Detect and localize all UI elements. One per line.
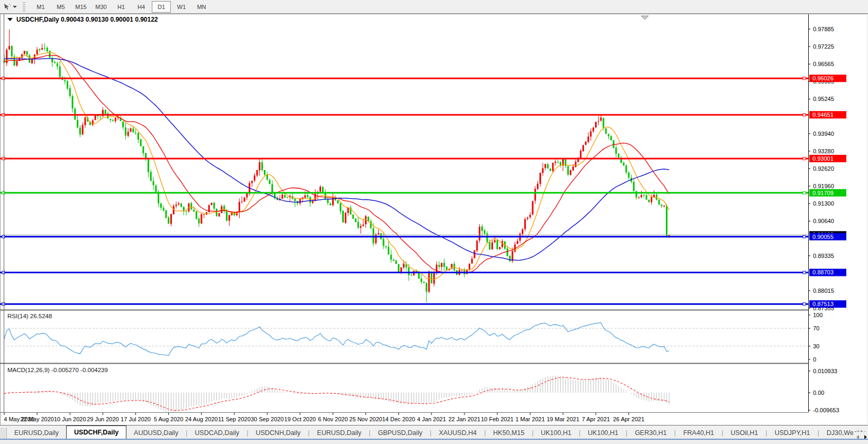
x-axis-label: 14 Dec 2020 bbox=[382, 416, 415, 422]
timeframe-button-h1[interactable]: H1 bbox=[112, 1, 131, 13]
timeframe-button-group: M1M5M15M30H1H4D1W1MN bbox=[31, 1, 212, 13]
chart-title-text: USDCHF,Daily 0.90043 0.90130 0.90001 0.9… bbox=[16, 16, 158, 23]
symbol-tab-bar: EURUSD,DailyUSDCHF,DailyAUDUSD,Daily|USD… bbox=[0, 425, 868, 439]
y-axis-label: 0.96565 bbox=[813, 61, 834, 67]
macd-indicator-label: MACD(12,26,9) -0.005270 -0.004239 bbox=[7, 367, 108, 373]
y-axis-label: 0.97885 bbox=[813, 26, 834, 32]
x-axis-label: 4 Jan 2021 bbox=[417, 416, 446, 422]
timeframe-button-d1[interactable]: D1 bbox=[152, 1, 171, 13]
y-axis-label: 0.93940 bbox=[813, 131, 834, 137]
y-axis-label: 0.88015 bbox=[813, 288, 834, 294]
hline-price-label: 0.88703 bbox=[812, 269, 834, 275]
y-axis-label: 0.90640 bbox=[813, 218, 834, 224]
symbol-tab-usdcad-daily[interactable]: USDCAD,Daily bbox=[187, 428, 246, 439]
hline-price-label: 0.96026 bbox=[812, 75, 834, 81]
timeframe-button-w1[interactable]: W1 bbox=[172, 1, 191, 13]
rsi-indicator-label: RSI(14) 26.5248 bbox=[7, 313, 52, 319]
x-axis-label: 5 Aug 2020 bbox=[154, 416, 184, 422]
x-axis-label: 6 Nov 2020 bbox=[318, 416, 348, 422]
macd-axis-label: 0.00 bbox=[813, 390, 824, 396]
x-axis-label: 10 Feb 2021 bbox=[481, 416, 514, 422]
symbol-tab-audusd-daily[interactable]: AUDUSD,Daily bbox=[126, 428, 186, 439]
x-axis-label: 19 Oct 2020 bbox=[284, 416, 316, 422]
rsi-axis-label: 0 bbox=[813, 356, 816, 363]
x-axis-label: 24 Aug 2020 bbox=[185, 416, 218, 422]
x-axis-label: 1 Mar 2021 bbox=[515, 416, 545, 422]
hline-price-label: 0.87513 bbox=[812, 301, 834, 307]
cursor-tool-button[interactable] bbox=[2, 1, 19, 13]
x-axis-label: 10 Jun 2020 bbox=[54, 416, 86, 422]
y-axis-label: 0.95245 bbox=[813, 96, 834, 102]
symbol-tab-xauusd-h4[interactable]: XAUUSD,H4 bbox=[432, 428, 485, 439]
x-axis-label: 11 Sep 2020 bbox=[218, 416, 251, 422]
timeframe-button-m30[interactable]: M30 bbox=[92, 1, 111, 13]
macd-axis-label: 0.010933 bbox=[813, 368, 837, 374]
status-bar bbox=[0, 439, 868, 444]
hline-price-label: 0.90055 bbox=[812, 234, 834, 240]
chart-title: USDCHF,Daily 0.90043 0.90130 0.90001 0.9… bbox=[7, 16, 158, 23]
symbol-tab-eurusd-daily[interactable]: EURUSD,Daily bbox=[309, 428, 369, 439]
symbol-tab-ger30-h1[interactable]: GER30,H1 bbox=[627, 428, 674, 439]
y-axis-label: 0.91960 bbox=[813, 183, 834, 189]
x-axis-label: 30 Sep 2020 bbox=[251, 416, 284, 422]
symbol-tab-usdjpy-h1[interactable]: USDJPY,H1 bbox=[767, 428, 817, 439]
symbol-tab-hk50-m15[interactable]: HK50,M15 bbox=[486, 428, 532, 439]
chart-area[interactable]: USDCHF,Daily 0.90043 0.90130 0.90001 0.9… bbox=[0, 14, 868, 425]
x-axis-label: 22 Jan 2021 bbox=[449, 416, 481, 422]
y-axis-label: 0.89335 bbox=[813, 253, 834, 259]
rsi-axis-label: 100 bbox=[813, 312, 823, 318]
y-axis-label: 0.91300 bbox=[813, 200, 834, 207]
toolbar-grip bbox=[23, 2, 25, 12]
tab-stub bbox=[0, 428, 7, 439]
symbol-tab-uk100-h1[interactable]: UK100,H1 bbox=[580, 428, 626, 439]
timeframe-button-m15[interactable]: M15 bbox=[71, 1, 90, 13]
x-axis-label: 26 Apr 2021 bbox=[613, 416, 644, 422]
toolbar: M1M5M15M30H1H4D1W1MN bbox=[0, 0, 868, 14]
symbol-tab-usoil-h1[interactable]: USOil,H1 bbox=[723, 428, 765, 439]
symbol-tab-gbpusd-daily[interactable]: GBPUSD,Daily bbox=[370, 428, 430, 439]
hline-price-label: 0.94651 bbox=[812, 112, 834, 118]
symbol-tab-usdchf-daily[interactable]: USDCHF,Daily bbox=[66, 426, 126, 439]
rsi-axis-label: 30 bbox=[813, 343, 819, 349]
timeframe-button-mn[interactable]: MN bbox=[192, 1, 211, 13]
collapse-triangle-icon bbox=[7, 18, 13, 21]
x-axis-label: 19 Mar 2021 bbox=[546, 416, 579, 422]
price-chart-svg[interactable]: 0.978850.972250.965650.959050.952450.939… bbox=[0, 14, 868, 425]
timeframe-button-h4[interactable]: H4 bbox=[132, 1, 151, 13]
timeframe-button-m1[interactable]: M1 bbox=[31, 1, 50, 13]
x-axis-label: 17 Jul 2020 bbox=[121, 416, 151, 422]
hline-price-label: 0.93001 bbox=[812, 155, 834, 162]
x-axis-label: 22 May 2020 bbox=[20, 416, 54, 422]
symbol-tab-usdcnh-daily[interactable]: USDCNH,Daily bbox=[248, 428, 308, 439]
chevron-down-icon bbox=[13, 6, 17, 8]
macd-axis-label: -0.009653 bbox=[813, 407, 839, 413]
rsi-axis-label: 70 bbox=[813, 325, 819, 331]
symbol-tab-uk100-h1[interactable]: UK100,H1 bbox=[534, 428, 579, 439]
symbol-tab-eurusd-daily[interactable]: EURUSD,Daily bbox=[7, 428, 66, 439]
x-axis-label: 29 Jun 2020 bbox=[87, 416, 119, 422]
crosshair-cursor-icon bbox=[3, 3, 11, 11]
y-axis-label: 0.92620 bbox=[813, 165, 834, 172]
x-axis-label: 7 Apr 2021 bbox=[582, 416, 610, 422]
y-axis-label: 0.93280 bbox=[813, 148, 834, 154]
x-axis-label: 25 Nov 2020 bbox=[349, 416, 382, 422]
symbol-tab-fra40-h1[interactable]: FRA40,H1 bbox=[676, 428, 721, 439]
hline-price-label: 0.91709 bbox=[812, 190, 834, 196]
timeframe-button-m5[interactable]: M5 bbox=[51, 1, 70, 13]
y-axis-label: 0.97225 bbox=[813, 43, 834, 50]
trading-terminal-window: M1M5M15M30H1H4D1W1MN USDCHF,Daily 0.9004… bbox=[0, 0, 868, 444]
